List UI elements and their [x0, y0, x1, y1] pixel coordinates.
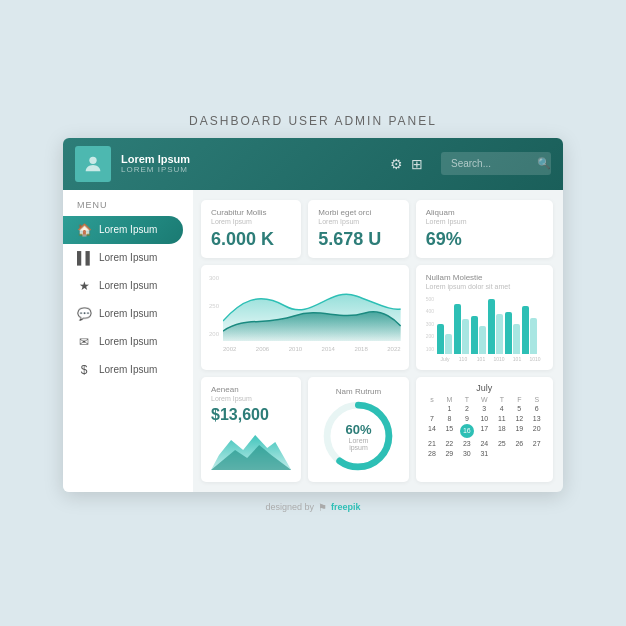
sidebar-item-dollar[interactable]: $ Lorem Ipsum: [63, 356, 193, 384]
user-icon: [82, 153, 104, 175]
stat2-value: 5.678 U: [318, 229, 398, 250]
bar-y-axis: 500400300200100: [426, 294, 434, 354]
footer-text: designed by: [265, 502, 314, 512]
stat3-label: Aliquam: [426, 208, 543, 217]
grid-icon[interactable]: ⊞: [411, 156, 423, 172]
stat1-label: Curabitur Mollis: [211, 208, 291, 217]
stat1-sublabel: Lorem Ipsum: [211, 218, 291, 225]
sidebar: MENU 🏠 Lorem Ipsum ▌▌ Lorem Ipsum ★ Lore…: [63, 190, 193, 492]
donut-sublabel: Lorem ipsum: [341, 437, 376, 451]
sidebar-item-mail[interactable]: ✉ Lorem Ipsum: [63, 328, 193, 356]
sidebar-item-chat[interactable]: 💬 Lorem Ipsum: [63, 300, 193, 328]
gear-icon[interactable]: ⚙: [390, 156, 403, 172]
body: MENU 🏠 Lorem Ipsum ▌▌ Lorem Ipsum ★ Lore…: [63, 190, 563, 492]
area-y-axis: 300250200: [209, 271, 219, 341]
main-content: Curabitur Mollis Lorem Ipsum 6.000 K Mor…: [193, 190, 563, 492]
mountain-chart: [211, 430, 291, 470]
bottom-label: Aenean: [211, 385, 291, 394]
sidebar-item-stats[interactable]: ▌▌ Lorem Ipsum: [63, 244, 193, 272]
stat-card-1: Curabitur Mollis Lorem Ipsum 6.000 K: [201, 200, 301, 258]
donut-card: Nam Rutrum 60% Lorem ipsum: [308, 377, 408, 482]
stat-card-3: Aliquam Lorem Ipsum 69%: [416, 200, 553, 258]
stat3-sublabel: Lorem Ipsum: [426, 218, 543, 225]
sidebar-label-stats: Lorem Ipsum: [99, 252, 157, 263]
bar-x-labels: July 110 101 1010 101 1010: [437, 356, 543, 362]
sidebar-label-chat: Lorem Ipsum: [99, 308, 157, 319]
bar-chart: [437, 294, 543, 354]
stat-card-2: Morbi eget orci Lorem Ipsum 5.678 U: [308, 200, 408, 258]
sidebar-label-mail: Lorem Ipsum: [99, 336, 157, 347]
sidebar-item-star[interactable]: ★ Lorem Ipsum: [63, 272, 193, 300]
stats-icon: ▌▌: [77, 251, 91, 265]
stat3-value: 69%: [426, 229, 543, 250]
header-username: Lorem Ipsum: [121, 153, 380, 165]
header: Lorem Ipsum LOREM IPSUM ⚙ ⊞ 🔍: [63, 138, 563, 190]
sidebar-label-dollar: Lorem Ipsum: [99, 364, 157, 375]
search-input[interactable]: [451, 158, 531, 169]
mail-icon: ✉: [77, 335, 91, 349]
area-chart-card: 300250200: [201, 265, 409, 370]
footer-brand: freepik: [331, 502, 361, 512]
calendar-grid: s M T W T F S 1 2 3 4 5 6 7: [424, 396, 545, 458]
header-icons: ⚙ ⊞: [390, 156, 423, 172]
donut-label: Nam Rutrum: [336, 387, 381, 396]
calendar-card: July s M T W T F S 1 2 3 4 5 6: [416, 377, 553, 482]
barchart-sublabel: Lorem ipsum dolor sit amet: [426, 283, 543, 290]
chat-icon: 💬: [77, 307, 91, 321]
bottom-value: $13,600: [211, 406, 291, 424]
svg-point-0: [89, 156, 96, 163]
menu-label: MENU: [63, 190, 193, 216]
page-title: DASHBOARD USER ADMIN PANEL: [189, 114, 437, 128]
sidebar-label-home: Lorem Ipsum: [99, 224, 157, 235]
search-icon[interactable]: 🔍: [537, 157, 551, 170]
donut-percent: 60%: [341, 422, 376, 437]
search-bar: 🔍: [441, 152, 551, 175]
stat2-sublabel: Lorem Ipsum: [318, 218, 398, 225]
barchart-label: Nullam Molestie: [426, 273, 543, 282]
bar-chart-card: Nullam Molestie Lorem ipsum dolor sit am…: [416, 265, 553, 370]
star-icon: ★: [77, 279, 91, 293]
home-icon: 🏠: [77, 223, 91, 237]
area-x-labels: 2002 2006 2010 2014 2018 2022: [223, 346, 401, 352]
sidebar-item-home[interactable]: 🏠 Lorem Ipsum: [63, 216, 183, 244]
avatar: [75, 146, 111, 182]
bottom-left-card: Aenean Lorem Ipsum $13,600: [201, 377, 301, 482]
calendar-month: July: [424, 383, 545, 393]
area-chart: [223, 271, 401, 341]
header-usersub: LOREM IPSUM: [121, 165, 380, 174]
sidebar-label-star: Lorem Ipsum: [99, 280, 157, 291]
header-user-info: Lorem Ipsum LOREM IPSUM: [121, 153, 380, 174]
dollar-icon: $: [77, 363, 91, 377]
footer: designed by ⚑ freepik: [265, 502, 360, 513]
bottom-sublabel: Lorem Ipsum: [211, 395, 291, 402]
stat2-label: Morbi eget orci: [318, 208, 398, 217]
stat1-value: 6.000 K: [211, 229, 291, 250]
freepik-icon: ⚑: [318, 502, 327, 513]
dashboard: Lorem Ipsum LOREM IPSUM ⚙ ⊞ 🔍 MENU 🏠 Lor…: [63, 138, 563, 492]
donut-chart: 60% Lorem ipsum: [323, 401, 393, 471]
